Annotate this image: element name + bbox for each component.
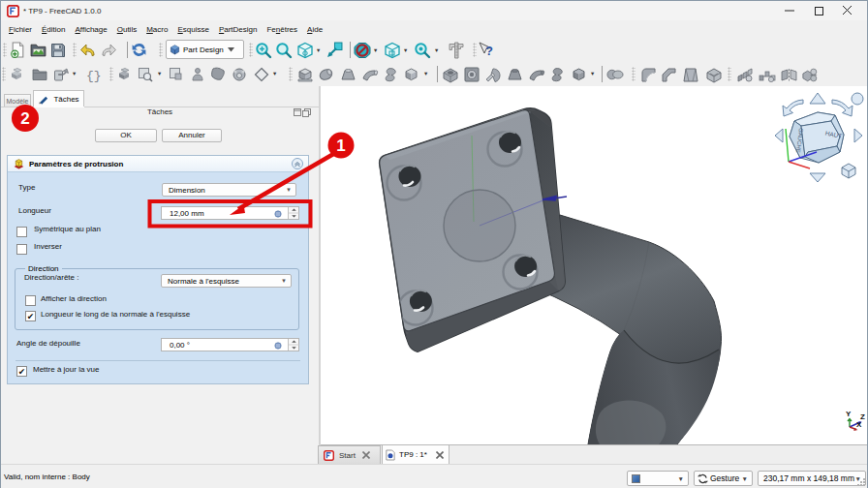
svg-text:{}: {}	[86, 69, 102, 82]
svg-text:Y: Y	[846, 410, 852, 418]
svg-text:?: ?	[485, 44, 493, 58]
svg-text:X: X	[856, 420, 862, 429]
